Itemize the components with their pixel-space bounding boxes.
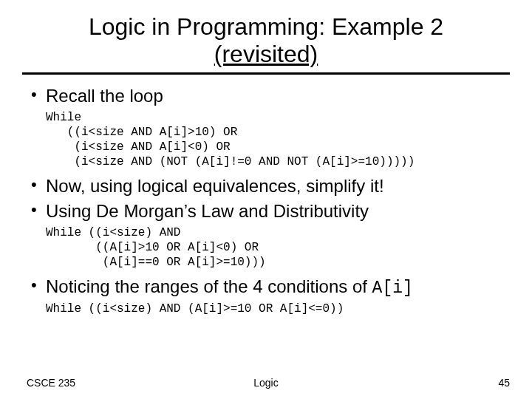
footer-page-number: 45 [498,377,510,389]
slide: Logic in Programming: Example 2 (revisit… [0,0,532,399]
footer-course: CSCE 235 [27,377,75,389]
code-block-demorgan: While ((i<size) AND ((A[i]>10 OR A[i]<0)… [46,225,505,270]
bullet-text-prefix: Using De Morgan [46,201,184,221]
code-block-final: While ((i<size) AND (A[i]>=10 OR A[i]<=0… [46,301,505,316]
slide-title: Logic in Programming: Example 2 (revisit… [22,13,510,75]
bullet-demorgan: Using De Morgan’s Law and Distributivity [27,200,505,222]
bullet-text: Recall the loop [46,86,163,106]
code-block-original: While ((i<size AND A[i]>10) OR (i<size A… [46,110,505,169]
bullet-simplify: Now, using logical equivalences, simplif… [27,175,505,197]
bullet-text-suffix: s Law and Distributivity [188,201,369,221]
footer-topic: Logic [0,377,532,389]
slide-footer: CSCE 235 Logic 45 [0,377,532,389]
inline-code-ai: A[i] [372,279,413,298]
bullet-text: Now, using logical equivalences, simplif… [46,176,384,196]
title-line-1: Logic in Programming: Example 2 [89,13,443,40]
bullet-list: Recall the loop While ((i<size AND A[i]>… [27,85,505,317]
title-line-2: (revisited) [214,41,318,67]
bullet-recall: Recall the loop [27,85,505,107]
bullet-ranges: Noticing the ranges of the 4 conditions … [27,276,505,299]
bullet-text-prefix: Noticing the ranges of the 4 conditions … [46,276,372,296]
